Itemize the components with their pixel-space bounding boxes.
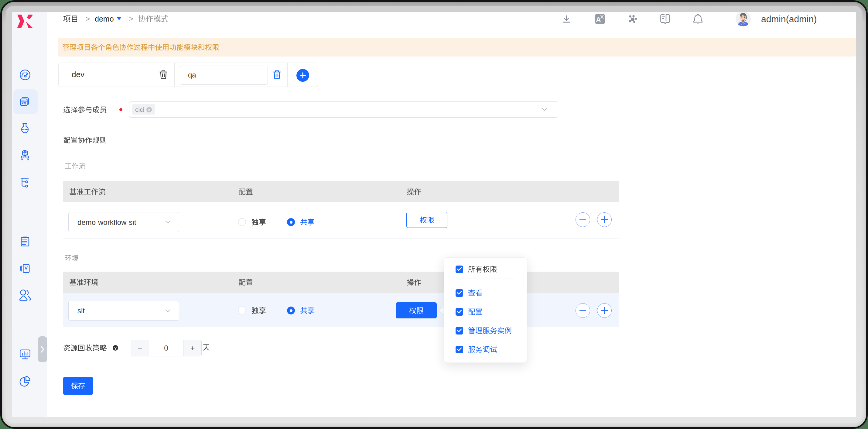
svg-text:PM: PM <box>22 102 26 105</box>
